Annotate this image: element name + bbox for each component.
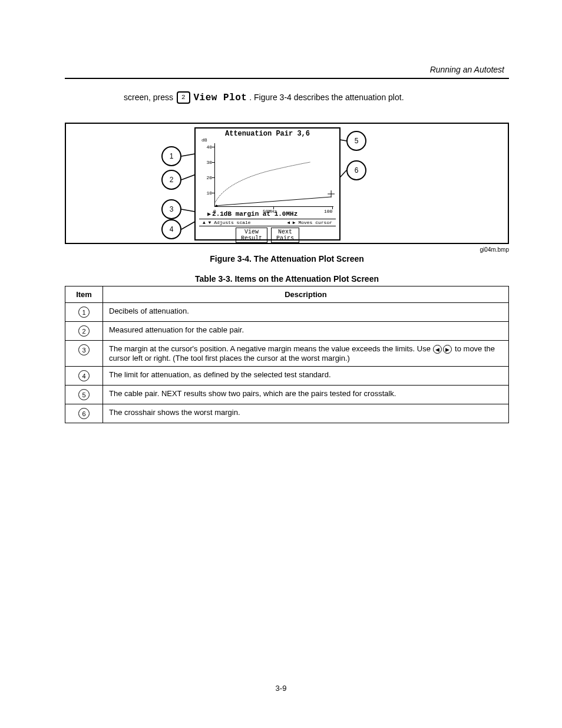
right-key-icon: ▶ bbox=[443, 345, 452, 354]
lcd-help-row: ▲ ▼ Adjusts scale ◀ ▶ Moves cursor bbox=[199, 219, 336, 226]
row-desc-3: The margin at the cursor's position. A n… bbox=[103, 341, 509, 367]
header-rule bbox=[65, 78, 509, 79]
items-table: Item Description 1 Decibels of attenuati… bbox=[65, 286, 509, 423]
softkey-view-result[interactable]: View Result bbox=[236, 228, 267, 243]
bmp-filename: gi04m.bmp bbox=[65, 246, 509, 253]
row-num-5: 5 bbox=[78, 389, 90, 400]
arrow-right-icon: ▶ bbox=[207, 210, 211, 218]
col-item: Item bbox=[65, 286, 103, 303]
table-row: 6 The crosshair shows the worst margin. bbox=[65, 404, 509, 423]
col-desc: Description bbox=[103, 286, 509, 303]
lcd-screen: Attenuation Pair 3,6 dB 40 30 20 10 0 50… bbox=[194, 127, 340, 241]
callout-3: 3 bbox=[161, 199, 181, 219]
callout-6: 6 bbox=[346, 160, 366, 180]
lcd-title: Attenuation Pair 3,6 bbox=[196, 129, 339, 139]
figure-caption: Figure 3-4. The Attenuation Plot Screen bbox=[65, 254, 509, 263]
callout-2: 2 bbox=[161, 170, 181, 190]
lcd-chart: dB 40 30 20 10 0 50MHz 100 bbox=[199, 139, 336, 210]
row-num-1: 1 bbox=[78, 307, 90, 318]
softkey-label: View Plot bbox=[193, 93, 247, 103]
softkey-2-icon: 2 bbox=[177, 91, 190, 104]
instruction-line: screen, press 2 View Plot . Figure 3-4 d… bbox=[124, 91, 509, 105]
help-adjust-scale: ▲ ▼ Adjusts scale bbox=[203, 220, 251, 225]
row-num-2: 2 bbox=[78, 325, 90, 337]
table-row: 2 Measured attenuation for the cable pai… bbox=[65, 322, 509, 341]
row-desc-4: The limit for attenuation, as defined by… bbox=[103, 367, 509, 386]
left-key-icon: ◀ bbox=[433, 345, 442, 354]
row-num-6: 6 bbox=[78, 408, 90, 419]
row-desc-6: The crosshair shows the worst margin. bbox=[103, 404, 509, 423]
callout-4: 4 bbox=[161, 219, 181, 239]
instruction-suffix: . Figure 3-4 describes the attenuation p… bbox=[249, 93, 404, 102]
softkey-next-pairs[interactable]: Next Pairs bbox=[271, 228, 299, 243]
table-caption: Table 3-3. Items on the Attenuation Plot… bbox=[65, 274, 509, 284]
lcd-plot-svg bbox=[199, 139, 336, 210]
figure-box: 1 2 3 4 5 6 Attenuation Pair 3,6 bbox=[65, 123, 509, 244]
callout-1: 1 bbox=[161, 146, 181, 166]
row-desc-5: The cable pair. NEXT results show two pa… bbox=[103, 386, 509, 404]
lcd-softkey-row: View Result Next Pairs bbox=[206, 228, 329, 243]
page-number: 3-9 bbox=[0, 684, 562, 693]
row-desc-1: Decibels of attenuation. bbox=[103, 303, 509, 322]
page-header-section: Running an Autotest bbox=[65, 65, 509, 74]
instruction-prefix: screen, press bbox=[124, 93, 173, 102]
table-row: 4 The limit for attenuation, as defined … bbox=[65, 367, 509, 386]
callout-5: 5 bbox=[346, 131, 366, 151]
row-desc-2: Measured attenuation for the cable pair. bbox=[103, 322, 509, 341]
table-row: 3 The margin at the cursor's position. A… bbox=[65, 341, 509, 367]
row-num-3: 3 bbox=[78, 344, 90, 355]
help-move-cursor: ◀ ▶ Moves cursor bbox=[287, 220, 332, 225]
page: Running an Autotest screen, press 2 View… bbox=[0, 0, 562, 423]
row-num-4: 4 bbox=[78, 370, 90, 381]
table-row: 5 The cable pair. NEXT results show two … bbox=[65, 386, 509, 404]
table-row: 1 Decibels of attenuation. bbox=[65, 303, 509, 322]
